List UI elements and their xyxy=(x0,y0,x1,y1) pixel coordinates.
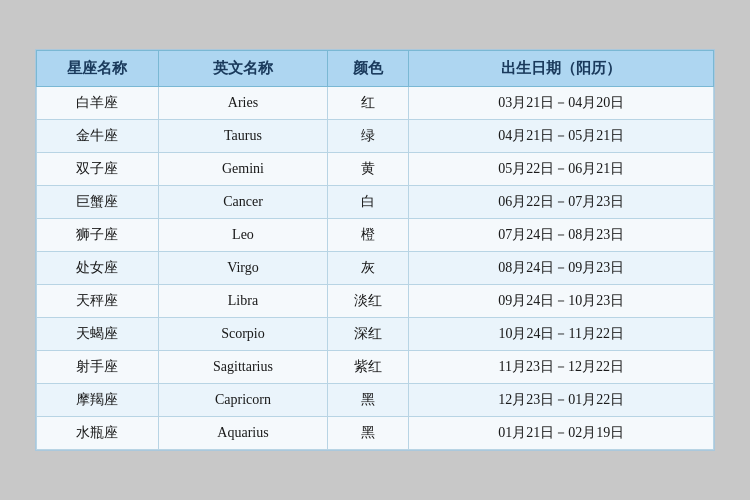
cell-chinese: 金牛座 xyxy=(37,120,159,153)
cell-color: 黑 xyxy=(328,417,409,450)
header-english: 英文名称 xyxy=(158,51,327,87)
table-row: 巨蟹座Cancer白06月22日－07月23日 xyxy=(37,186,714,219)
cell-english: Leo xyxy=(158,219,327,252)
table-row: 摩羯座Capricorn黑12月23日－01月22日 xyxy=(37,384,714,417)
cell-date: 05月22日－06月21日 xyxy=(409,153,714,186)
cell-color: 绿 xyxy=(328,120,409,153)
cell-date: 08月24日－09月23日 xyxy=(409,252,714,285)
cell-color: 黑 xyxy=(328,384,409,417)
cell-date: 07月24日－08月23日 xyxy=(409,219,714,252)
table-row: 处女座Virgo灰08月24日－09月23日 xyxy=(37,252,714,285)
cell-chinese: 天秤座 xyxy=(37,285,159,318)
cell-english: Gemini xyxy=(158,153,327,186)
table-header-row: 星座名称 英文名称 颜色 出生日期（阳历） xyxy=(37,51,714,87)
cell-english: Aries xyxy=(158,87,327,120)
cell-color: 灰 xyxy=(328,252,409,285)
cell-date: 11月23日－12月22日 xyxy=(409,351,714,384)
cell-color: 橙 xyxy=(328,219,409,252)
cell-date: 06月22日－07月23日 xyxy=(409,186,714,219)
cell-date: 09月24日－10月23日 xyxy=(409,285,714,318)
header-chinese: 星座名称 xyxy=(37,51,159,87)
table-row: 射手座Sagittarius紫红11月23日－12月22日 xyxy=(37,351,714,384)
cell-color: 深红 xyxy=(328,318,409,351)
table-body: 白羊座Aries红03月21日－04月20日金牛座Taurus绿04月21日－0… xyxy=(37,87,714,450)
cell-color: 红 xyxy=(328,87,409,120)
cell-chinese: 水瓶座 xyxy=(37,417,159,450)
cell-english: Taurus xyxy=(158,120,327,153)
header-color: 颜色 xyxy=(328,51,409,87)
cell-date: 12月23日－01月22日 xyxy=(409,384,714,417)
cell-chinese: 摩羯座 xyxy=(37,384,159,417)
zodiac-table: 星座名称 英文名称 颜色 出生日期（阳历） 白羊座Aries红03月21日－04… xyxy=(36,50,714,450)
cell-date: 04月21日－05月21日 xyxy=(409,120,714,153)
cell-color: 白 xyxy=(328,186,409,219)
cell-english: Scorpio xyxy=(158,318,327,351)
cell-english: Libra xyxy=(158,285,327,318)
cell-english: Aquarius xyxy=(158,417,327,450)
cell-date: 10月24日－11月22日 xyxy=(409,318,714,351)
cell-english: Sagittarius xyxy=(158,351,327,384)
cell-color: 淡红 xyxy=(328,285,409,318)
cell-chinese: 白羊座 xyxy=(37,87,159,120)
cell-english: Capricorn xyxy=(158,384,327,417)
table-row: 狮子座Leo橙07月24日－08月23日 xyxy=(37,219,714,252)
cell-date: 03月21日－04月20日 xyxy=(409,87,714,120)
table-row: 白羊座Aries红03月21日－04月20日 xyxy=(37,87,714,120)
cell-chinese: 狮子座 xyxy=(37,219,159,252)
cell-chinese: 双子座 xyxy=(37,153,159,186)
cell-english: Virgo xyxy=(158,252,327,285)
cell-date: 01月21日－02月19日 xyxy=(409,417,714,450)
cell-chinese: 巨蟹座 xyxy=(37,186,159,219)
cell-chinese: 射手座 xyxy=(37,351,159,384)
cell-english: Cancer xyxy=(158,186,327,219)
cell-chinese: 处女座 xyxy=(37,252,159,285)
cell-color: 黄 xyxy=(328,153,409,186)
cell-chinese: 天蝎座 xyxy=(37,318,159,351)
table-row: 双子座Gemini黄05月22日－06月21日 xyxy=(37,153,714,186)
table-row: 天秤座Libra淡红09月24日－10月23日 xyxy=(37,285,714,318)
cell-color: 紫红 xyxy=(328,351,409,384)
table-row: 水瓶座Aquarius黑01月21日－02月19日 xyxy=(37,417,714,450)
table-row: 金牛座Taurus绿04月21日－05月21日 xyxy=(37,120,714,153)
zodiac-table-container: 星座名称 英文名称 颜色 出生日期（阳历） 白羊座Aries红03月21日－04… xyxy=(35,49,715,451)
header-date: 出生日期（阳历） xyxy=(409,51,714,87)
table-row: 天蝎座Scorpio深红10月24日－11月22日 xyxy=(37,318,714,351)
